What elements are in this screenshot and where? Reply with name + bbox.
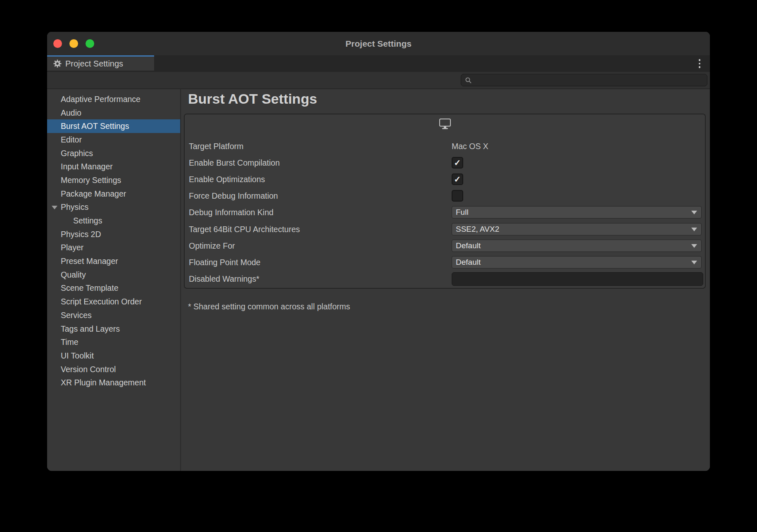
search-icon (465, 77, 472, 84)
sidebar-item-memory-settings[interactable]: Memory Settings (47, 173, 180, 187)
sidebar-item-editor[interactable]: Editor (47, 133, 180, 147)
tab-label: Project Settings (65, 59, 123, 69)
row-target-platform: Target Platform Mac OS X (189, 140, 702, 152)
tab-project-settings[interactable]: Project Settings (47, 55, 154, 71)
chevron-down-icon (691, 244, 697, 248)
kebab-menu-icon[interactable] (696, 59, 703, 69)
content: Adaptive Performance Audio Burst AOT Set… (47, 89, 710, 471)
sidebar-item-xr-plugin-management[interactable]: XR Plugin Management (47, 376, 180, 390)
platform-tab-bar (185, 118, 705, 131)
field-label: Target 64Bit CPU Architectures (189, 225, 300, 234)
sidebar-item-package-manager[interactable]: Package Manager (47, 187, 180, 201)
sidebar-item-scene-template[interactable]: Scene Template (47, 282, 180, 295)
toolbar (47, 72, 710, 89)
titlebar: Project Settings (47, 32, 710, 55)
sidebar-item-graphics[interactable]: Graphics (47, 147, 180, 160)
row-optimize-for: Optimize For Default (189, 240, 702, 252)
sidebar-item-tags-and-layers[interactable]: Tags and Layers (47, 322, 180, 336)
force-debug-information-checkbox[interactable] (452, 190, 463, 202)
window-title: Project Settings (47, 32, 710, 55)
field-label: Floating Point Mode (189, 258, 260, 267)
sidebar-item-physics-2d[interactable]: Physics 2D (47, 228, 180, 241)
chevron-down-icon[interactable] (52, 206, 57, 209)
sidebar-item-quality[interactable]: Quality (47, 268, 180, 282)
debug-information-kind-dropdown[interactable]: Full (452, 206, 702, 218)
target-64bit-cpu-architectures-dropdown[interactable]: SSE2, AVX2 (452, 223, 702, 235)
sidebar-item-script-execution-order[interactable]: Script Execution Order (47, 295, 180, 309)
sidebar-item-time[interactable]: Time (47, 335, 180, 349)
check-icon: ✓ (454, 175, 461, 183)
field-label: Target Platform (189, 142, 243, 151)
sidebar-item-services[interactable]: Services (47, 309, 180, 322)
sidebar-item-burst-aot-settings[interactable]: Burst AOT Settings (47, 119, 180, 133)
row-enable-burst-compilation: Enable Burst Compilation ✓ (189, 157, 702, 169)
monitor-icon[interactable] (438, 118, 452, 131)
disabled-warnings-input[interactable] (452, 272, 703, 286)
enable-optimizations-checkbox[interactable]: ✓ (452, 173, 463, 185)
row-disabled-warnings: Disabled Warnings* (189, 272, 702, 286)
chevron-down-icon (691, 228, 697, 231)
search-field[interactable] (461, 74, 707, 86)
sidebar-item-ui-toolkit[interactable]: UI Toolkit (47, 349, 180, 363)
project-settings-window: Project Settings Project Settings (47, 32, 710, 471)
floating-point-mode-dropdown[interactable]: Default (452, 256, 702, 268)
row-force-debug-information: Force Debug Information (189, 190, 702, 202)
target-platform-value: Mac OS X (452, 142, 488, 151)
chevron-down-icon (691, 261, 697, 264)
field-label: Disabled Warnings* (189, 274, 259, 284)
sidebar-item-version-control[interactable]: Version Control (47, 363, 180, 376)
row-debug-information-kind: Debug Information Kind Full (189, 206, 702, 218)
field-label: Debug Information Kind (189, 208, 274, 217)
optimize-for-dropdown[interactable]: Default (452, 240, 702, 252)
sidebar-item-preset-manager[interactable]: Preset Manager (47, 254, 180, 268)
sidebar-item-adaptive-performance[interactable]: Adaptive Performance (47, 93, 180, 106)
sidebar-item-physics[interactable]: Physics (47, 201, 180, 214)
sidebar-item-player[interactable]: Player (47, 241, 180, 255)
gear-icon (53, 59, 62, 68)
settings-sidebar: Adaptive Performance Audio Burst AOT Set… (47, 89, 180, 471)
field-label: Enable Optimizations (189, 175, 265, 184)
sidebar-item-audio[interactable]: Audio (47, 106, 180, 120)
field-label: Force Debug Information (189, 191, 278, 201)
row-target-64bit-cpu-architectures: Target 64Bit CPU Architectures SSE2, AVX… (189, 223, 702, 235)
chevron-down-icon (691, 211, 697, 214)
tab-strip: Project Settings (47, 55, 710, 72)
row-floating-point-mode: Floating Point Mode Default (189, 256, 702, 268)
sidebar-item-physics-settings[interactable]: Settings (47, 214, 180, 228)
enable-burst-compilation-checkbox[interactable]: ✓ (452, 157, 463, 169)
main-pane: Burst AOT Settings Target Platform Mac O… (181, 89, 710, 471)
page-title: Burst AOT Settings (188, 91, 317, 107)
check-icon: ✓ (454, 159, 461, 167)
search-input[interactable] (474, 74, 707, 86)
field-label: Enable Burst Compilation (189, 158, 280, 168)
sidebar-item-input-manager[interactable]: Input Manager (47, 160, 180, 173)
row-enable-optimizations: Enable Optimizations ✓ (189, 173, 702, 185)
shared-setting-footnote: * Shared setting common across all platf… (188, 302, 350, 311)
burst-settings-panel: Target Platform Mac OS X Enable Burst Co… (184, 114, 706, 289)
field-label: Optimize For (189, 241, 235, 251)
